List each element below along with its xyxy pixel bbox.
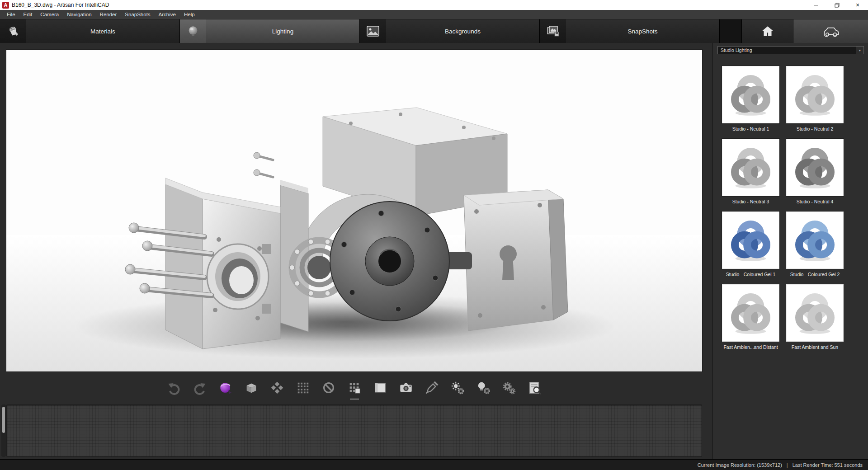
preset-label: Fast Ambient and Sun: [786, 344, 844, 350]
preview-zoom-icon: [528, 381, 542, 395]
paint-bucket-icon: [0, 19, 26, 43]
minimize-button[interactable]: [806, 0, 826, 10]
camera-button[interactable]: [397, 379, 415, 396]
process-gears-button[interactable]: [500, 379, 518, 396]
tab-snapshots-label: SnapShots: [566, 19, 719, 43]
snapshots-icon: [540, 19, 566, 43]
rendered-model-image: [6, 50, 702, 371]
preset-label: Studio - Coloured Gel 1: [722, 272, 779, 277]
redo-button[interactable]: [191, 379, 208, 396]
titlebar: A B160_B_3D.dwg - Artisan For IntelliCAD…: [0, 0, 868, 10]
preset-thumbnail[interactable]: [722, 212, 779, 269]
menu-snapshots[interactable]: SnapShots: [121, 10, 154, 19]
ribbon-tabbar: Materials Lighting Backgrounds SnapShots: [0, 19, 868, 43]
tab-lighting-label: Lighting: [206, 19, 359, 43]
eyedropper-icon: [425, 381, 439, 395]
menu-file[interactable]: File: [3, 10, 19, 19]
torus-knot-preview: [725, 142, 776, 193]
lighting-panel: Studio Lighting ▼ Studio - Neutral 1 Stu…: [712, 43, 868, 459]
tab-backgrounds[interactable]: Backgrounds: [360, 19, 540, 43]
minimize-icon: [814, 5, 818, 5]
process-gears-icon: [502, 381, 516, 395]
status-render-time: Last Render Time: 551 seconds: [793, 462, 863, 468]
preset-fast-ambient-distant[interactable]: Fast Ambien...and Distant: [722, 284, 779, 350]
material-box-button[interactable]: [243, 379, 260, 396]
background-image-icon: [360, 19, 386, 43]
swatch-grid-button[interactable]: [346, 379, 363, 396]
preset-coloured-gel-2[interactable]: Studio - Coloured Gel 2: [786, 212, 844, 277]
preset-label: Studio - Neutral 2: [786, 126, 844, 132]
torus-knot-preview: [725, 287, 776, 338]
eyedropper-button[interactable]: [423, 379, 440, 396]
preset-label: Studio - Neutral 1: [722, 126, 779, 132]
menubar: File Edit Camera Navigation Render SnapS…: [0, 10, 868, 19]
preset-coloured-gel-1[interactable]: Studio - Coloured Gel 1: [722, 212, 779, 277]
status-separator: |: [787, 462, 788, 468]
torus-knot-preview: [789, 69, 840, 120]
sun-settings-icon: [450, 381, 465, 395]
artisan-sphere-icon: [218, 381, 233, 395]
home-icon: [760, 25, 775, 38]
lighting-category-dropdown[interactable]: Studio Lighting ▼: [717, 46, 864, 54]
preset-studio-neutral-3[interactable]: Studio - Neutral 3: [722, 139, 779, 205]
window-controls: ×: [806, 0, 868, 10]
preset-label: Studio - Neutral 4: [786, 199, 844, 205]
checker-swatch-button[interactable]: [269, 379, 286, 396]
tab-materials[interactable]: Materials: [0, 19, 180, 43]
torus-knot-preview: [789, 142, 840, 193]
artisan-sphere-button[interactable]: [217, 379, 234, 396]
tab-vehicle[interactable]: [793, 19, 868, 43]
filmstrip-scrollbar[interactable]: [1, 404, 6, 457]
tab-backgrounds-label: Backgrounds: [386, 19, 539, 43]
status-resolution: Current Image Resolution: (1539x712): [698, 462, 782, 468]
render-area: [0, 43, 712, 459]
car-icon: [822, 26, 840, 37]
tab-materials-label: Materials: [26, 19, 179, 43]
preset-thumbnail[interactable]: [786, 139, 844, 196]
render-viewport[interactable]: [6, 50, 702, 371]
camera-icon: [399, 381, 413, 395]
preset-thumbnail[interactable]: [786, 284, 844, 342]
dot-grid-button[interactable]: [294, 379, 311, 396]
close-button[interactable]: ×: [847, 0, 868, 10]
blank-panel-button[interactable]: [372, 379, 389, 396]
preset-thumbnail[interactable]: [786, 212, 844, 269]
sun-settings-button[interactable]: [449, 379, 466, 396]
redo-icon: [193, 381, 207, 395]
undo-icon: [167, 381, 181, 395]
torus-knot-preview: [725, 69, 776, 120]
undo-button[interactable]: [165, 379, 183, 396]
menu-navigation[interactable]: Navigation: [63, 10, 95, 19]
preset-thumbnail[interactable]: [722, 139, 779, 196]
preset-thumbnail[interactable]: [786, 66, 844, 123]
statusbar: Current Image Resolution: (1539x712) | L…: [0, 459, 868, 470]
snapshot-filmstrip: [6, 404, 702, 457]
preset-studio-neutral-1[interactable]: Studio - Neutral 1: [722, 66, 779, 132]
tab-snapshots[interactable]: SnapShots: [540, 19, 720, 43]
dropdown-value: Studio Lighting: [718, 47, 856, 54]
preset-thumbnail[interactable]: [722, 284, 779, 342]
disable-button[interactable]: [320, 379, 337, 396]
dot-grid-icon: [296, 381, 310, 395]
light-settings-button[interactable]: [475, 379, 492, 396]
menu-render[interactable]: Render: [96, 10, 121, 19]
preset-studio-neutral-2[interactable]: Studio - Neutral 2: [786, 66, 844, 132]
filmstrip-scrollbar-handle[interactable]: [2, 407, 5, 433]
torus-knot-preview: [725, 215, 776, 266]
preset-studio-neutral-4[interactable]: Studio - Neutral 4: [786, 139, 844, 205]
tab-home[interactable]: [741, 19, 793, 43]
render-toolbar: [6, 375, 702, 401]
menu-archive[interactable]: Archive: [155, 10, 180, 19]
tab-lighting[interactable]: Lighting: [180, 19, 360, 43]
menu-help[interactable]: Help: [180, 10, 199, 19]
chevron-down-icon[interactable]: ▼: [856, 47, 863, 54]
preset-thumbnail[interactable]: [722, 66, 779, 123]
checker-swatch-icon: [270, 381, 284, 395]
application-window: A B160_B_3D.dwg - Artisan For IntelliCAD…: [0, 0, 868, 470]
close-icon: ×: [856, 1, 859, 9]
preset-fast-ambient-sun[interactable]: Fast Ambient and Sun: [786, 284, 844, 350]
menu-camera[interactable]: Camera: [36, 10, 63, 19]
restore-button[interactable]: [826, 0, 847, 10]
preview-zoom-button[interactable]: [526, 379, 543, 396]
menu-edit[interactable]: Edit: [19, 10, 37, 19]
